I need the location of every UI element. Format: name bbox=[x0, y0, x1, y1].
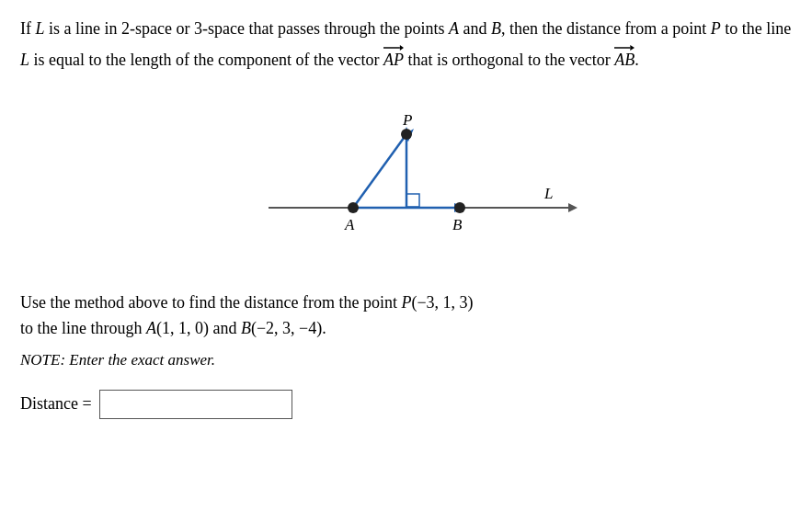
svg-text:B: B bbox=[452, 216, 463, 233]
distance-input[interactable] bbox=[99, 390, 292, 419]
svg-rect-13 bbox=[406, 194, 419, 207]
svg-marker-3 bbox=[631, 45, 635, 51]
svg-text:L: L bbox=[543, 185, 553, 202]
svg-text:P: P bbox=[402, 111, 412, 129]
svg-marker-5 bbox=[568, 203, 578, 212]
answer-label: Distance = bbox=[20, 394, 92, 414]
svg-text:A: A bbox=[344, 216, 355, 233]
svg-line-7 bbox=[353, 134, 406, 208]
description-paragraph: If L is a line in 2-space or 3-space tha… bbox=[20, 17, 792, 74]
svg-point-14 bbox=[401, 129, 412, 140]
note-text: NOTE: Enter the exact answer. bbox=[20, 351, 792, 369]
diagram: L P A B bbox=[20, 90, 792, 274]
svg-marker-1 bbox=[400, 45, 404, 51]
svg-point-18 bbox=[454, 202, 465, 213]
answer-row: Distance = bbox=[20, 390, 792, 419]
problem-paragraph: Use the method above to find the distanc… bbox=[20, 290, 792, 342]
svg-point-16 bbox=[348, 202, 359, 213]
